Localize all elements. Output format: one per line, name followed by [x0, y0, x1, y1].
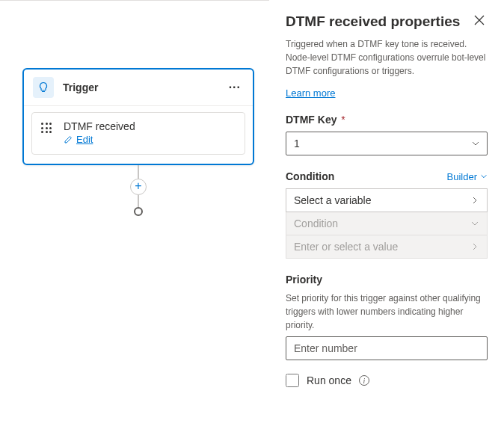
run-once-row[interactable]: Run once i: [286, 374, 488, 387]
add-node-button[interactable]: +: [130, 179, 147, 195]
condition-value-select: Enter or select a value: [286, 235, 488, 259]
edit-link[interactable]: Edit: [64, 134, 93, 145]
chevron-down-icon: [480, 173, 488, 180]
trigger-lightbulb-icon: [33, 77, 54, 98]
dialpad-icon: [41, 123, 55, 136]
panel-description: Triggered when a DTMF key tone is receiv…: [286, 37, 488, 78]
node-header: Trigger ···: [24, 70, 253, 106]
connector: +: [22, 165, 254, 216]
dtmf-key-label: DTMF Key *: [286, 114, 488, 126]
dtmf-key-select[interactable]: 1: [286, 132, 488, 155]
node-title: Trigger: [63, 81, 226, 93]
chevron-right-icon: [470, 242, 479, 251]
node-overflow-menu[interactable]: ···: [226, 81, 244, 94]
condition-operator-select: Condition: [286, 212, 488, 235]
trigger-item-title: DTMF received: [64, 120, 236, 132]
condition-variable-select[interactable]: Select a variable: [286, 188, 488, 212]
panel-title: DTMF received properties: [286, 13, 460, 30]
pencil-icon: [64, 135, 73, 144]
close-icon[interactable]: [471, 13, 488, 30]
condition-label: Condition Builder: [286, 170, 488, 182]
priority-input[interactable]: [286, 336, 488, 360]
trigger-item[interactable]: DTMF received Edit: [31, 112, 245, 155]
priority-description: Set priority for this trigger against ot…: [286, 292, 488, 332]
flow-canvas: Trigger ··· DTMF received: [0, 0, 269, 438]
builder-toggle[interactable]: Builder: [447, 171, 488, 182]
condition-builder: Select a variable Condition Enter or sel…: [286, 188, 488, 259]
run-once-label: Run once: [307, 374, 351, 386]
trigger-node[interactable]: Trigger ··· DTMF received: [22, 68, 254, 165]
priority-label: Priority: [286, 274, 488, 286]
run-once-checkbox[interactable]: [286, 374, 299, 387]
chevron-down-icon: [470, 219, 479, 228]
end-node-icon: [134, 207, 143, 216]
chevron-right-icon: [470, 196, 479, 205]
info-icon[interactable]: i: [359, 375, 369, 386]
learn-more-link[interactable]: Learn more: [286, 87, 335, 99]
properties-panel: DTMF received properties Triggered when …: [269, 0, 504, 438]
